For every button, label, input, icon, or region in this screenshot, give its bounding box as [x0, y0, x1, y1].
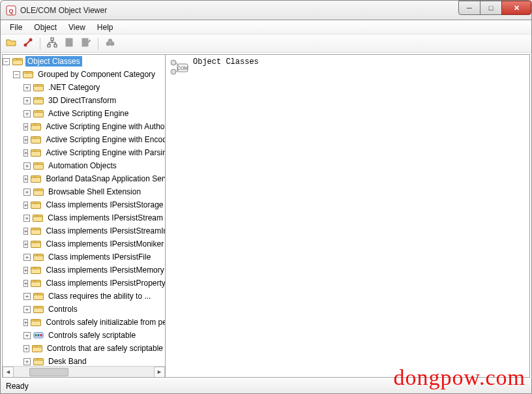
maximize-button[interactable]: □ [480, 1, 502, 15]
toolbar-separator [40, 38, 40, 50]
tree-node[interactable]: +.NET Category [23, 81, 165, 94]
open-button[interactable] [5, 37, 18, 50]
tree-node[interactable]: +Class implements IPersistPropertyBag [23, 277, 165, 290]
expand-icon[interactable]: + [23, 162, 31, 170]
expand-icon[interactable]: + [23, 110, 31, 117]
tree-node[interactable]: +Automation Objects [23, 159, 165, 172]
binoculars-icon [105, 37, 115, 50]
content-split: −Object Classes−Grouped by Component Cat… [2, 54, 530, 378]
tree-node[interactable]: −Grouped by Component Category [13, 68, 165, 81]
toolbar [1, 35, 531, 53]
collapse-icon[interactable]: − [13, 71, 20, 78]
folder-icon [31, 226, 41, 236]
bind-button[interactable] [22, 37, 35, 50]
expand-icon[interactable]: + [23, 84, 31, 91]
expand-icon[interactable]: + [23, 254, 31, 261]
page-icon [64, 37, 74, 50]
tree-node[interactable]: +Controls that are safely scriptable [23, 342, 165, 355]
tree-node[interactable]: +Class implements IPersistStorage [23, 198, 165, 211]
tree-node[interactable]: +Class implements IPersistFile [23, 250, 165, 264]
expand-icon[interactable]: + [23, 215, 30, 222]
edit-page-icon [81, 37, 91, 50]
folder-icon [31, 265, 41, 275]
tree-node[interactable]: +Active Scripting Engine with Authoring [23, 120, 165, 133]
close-button[interactable]: ✕ [501, 1, 531, 15]
tree-node-label: Active Scripting Engine [46, 108, 130, 119]
expand-icon[interactable]: + [23, 123, 28, 130]
tree-node-label: Grouped by Component Category [36, 69, 157, 80]
menu-view[interactable]: View [63, 22, 91, 33]
hierarchy-button[interactable] [46, 37, 59, 50]
scroll-left-icon[interactable]: ◄ [3, 367, 14, 378]
tree-node[interactable]: +Class requires the ability to ... [23, 290, 165, 303]
tree-node[interactable]: +Class implements IPersistMemory [23, 264, 165, 277]
folder-icon [33, 356, 44, 367]
folder-icon [31, 200, 41, 210]
bind-icon [23, 37, 33, 50]
expand-icon[interactable]: + [23, 280, 28, 287]
svg-point-16 [29, 38, 33, 42]
expand-icon[interactable]: + [23, 149, 28, 157]
expand-icon[interactable]: + [23, 306, 31, 313]
find-button[interactable] [104, 37, 117, 50]
folder-icon [32, 343, 42, 354]
tree-node[interactable]: +Active Scripting Engine with Parsing [23, 146, 165, 159]
tree-node-label: Object Classes [25, 56, 82, 67]
minimize-button[interactable]: ─ [458, 1, 480, 15]
menu-object[interactable]: Object [29, 22, 62, 33]
expand-icon[interactable]: + [23, 228, 28, 235]
expand-icon[interactable]: + [23, 175, 28, 183]
tree-node-label: Class implements IPersistPropertyBag [44, 278, 165, 288]
expand-icon[interactable]: + [23, 241, 28, 248]
tree-node-label: Class implements IPersistMoniker [44, 239, 165, 249]
tree-node[interactable]: +3D DirectTransform [23, 94, 165, 107]
window-controls: ─ □ ✕ [459, 1, 531, 15]
svg-rect-18 [48, 44, 50, 47]
tree-node[interactable]: +Controls safely scriptable [23, 329, 165, 342]
close-icon: ✕ [514, 4, 520, 12]
folder-icon [31, 121, 41, 132]
scroll-thumb[interactable] [29, 368, 68, 376]
tree-node[interactable]: +Controls safely initializable from pers… [23, 316, 165, 329]
detail-pane: Object Classes [166, 55, 529, 377]
tree-node[interactable]: +Active Scripting Engine [23, 107, 165, 120]
tree-node-label: Class implements IPersistStreamInit [44, 226, 165, 236]
open-folder-icon [6, 37, 16, 50]
toolbar-separator [98, 38, 98, 50]
expand-icon[interactable]: + [23, 202, 28, 209]
tree-node[interactable]: −Object Classes [3, 55, 165, 68]
folder-icon [31, 317, 41, 327]
tree-node[interactable]: +Browsable Shell Extension [23, 185, 165, 198]
expand-icon[interactable]: + [23, 293, 31, 300]
expand-icon[interactable]: + [23, 97, 31, 104]
menu-help[interactable]: Help [92, 22, 119, 33]
expand-icon[interactable]: + [23, 358, 31, 365]
tree-hierarchy-icon [47, 37, 57, 50]
horizontal-scrollbar[interactable]: ◄ ► [3, 366, 165, 377]
menu-file[interactable]: File [5, 22, 27, 33]
collapse-icon[interactable]: − [3, 58, 10, 65]
tree-node[interactable]: +Class implements IPersistStream [23, 211, 165, 224]
scroll-right-icon[interactable]: ► [154, 367, 165, 378]
scroll-track[interactable] [14, 367, 154, 378]
expand-icon[interactable]: + [23, 345, 29, 352]
folder-icon [33, 304, 44, 314]
expand-icon[interactable]: + [23, 319, 28, 326]
expand-icon[interactable]: + [23, 267, 28, 274]
tree-node[interactable]: +Active Scripting Engine with Encoding [23, 133, 165, 146]
svg-point-26 [110, 42, 114, 46]
edit-button[interactable] [80, 37, 93, 50]
tree-node[interactable]: +Borland DataSnap Application Servers [23, 172, 165, 185]
tree-node[interactable]: +Class implements IPersistMoniker [23, 237, 165, 250]
tree-node[interactable]: +Controls [23, 303, 165, 316]
tree-node[interactable]: +Class implements IPersistStreamInit [23, 224, 165, 237]
expand-icon[interactable]: + [23, 189, 31, 196]
expand-icon[interactable]: + [23, 136, 28, 144]
tree-node-label: Class implements IPersistFile [46, 252, 153, 262]
expand-icon[interactable]: + [23, 332, 31, 339]
tree-scroll[interactable]: −Object Classes−Grouped by Component Cat… [3, 55, 165, 377]
props-button[interactable] [63, 37, 76, 50]
minimize-icon: ─ [467, 4, 472, 12]
com-object-icon [168, 57, 189, 78]
svg-rect-19 [54, 44, 57, 47]
